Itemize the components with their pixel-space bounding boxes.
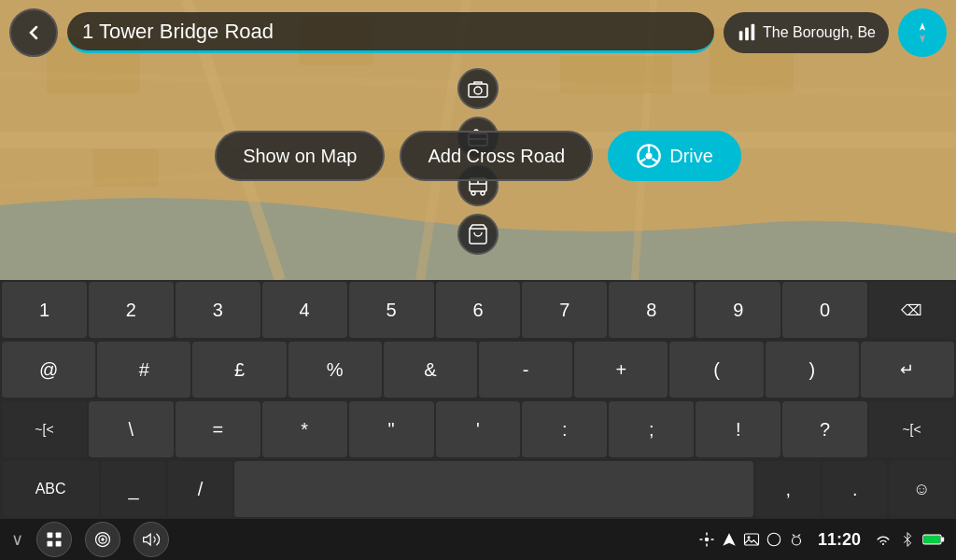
key-question[interactable]: ?: [782, 401, 867, 457]
number-row: 1 2 3 4 5 6 7 8 9 0 ⌫: [0, 280, 956, 340]
action-buttons: Show on Map Add Cross Road Drive: [0, 131, 956, 181]
svg-point-19: [474, 87, 482, 94]
key-backslash[interactable]: \: [89, 401, 174, 457]
key-emoji[interactable]: ☺: [889, 461, 954, 517]
key-exclamation[interactable]: !: [696, 401, 780, 457]
svg-rect-13: [739, 31, 743, 40]
address-bar: 1 Tower Bridge Road: [67, 12, 714, 53]
bottom-row: ABC _ / , . ☺: [0, 459, 956, 519]
svg-point-49: [767, 533, 780, 546]
bottom-left-controls: ∨: [11, 522, 169, 557]
svg-marker-40: [144, 534, 151, 545]
location-area: The Borough, Be: [724, 12, 889, 53]
add-cross-road-label: Add Cross Road: [428, 146, 565, 167]
symbol-row-1: @ # £ % & - + ( ) ↵: [0, 340, 956, 399]
key-7[interactable]: 7: [522, 282, 607, 338]
camera-button[interactable]: [85, 522, 120, 557]
key-space[interactable]: [234, 461, 753, 517]
bar-chart-icon: [737, 22, 757, 43]
svg-point-29: [646, 153, 653, 160]
svg-rect-15: [752, 24, 755, 40]
key-open-paren[interactable]: (: [669, 342, 763, 398]
key-tilde-bracket-2[interactable]: ~[<: [869, 401, 954, 457]
svg-point-41: [705, 538, 710, 542]
grid-button[interactable]: [36, 522, 72, 557]
svg-rect-34: [56, 533, 62, 539]
svg-line-32: [653, 159, 658, 162]
key-5[interactable]: 5: [349, 282, 434, 338]
shopping-bag-icon: [467, 223, 489, 245]
key-apostrophe[interactable]: ': [436, 401, 521, 457]
key-8[interactable]: 8: [609, 282, 694, 338]
pin-camera: [457, 68, 499, 109]
symbol-row-2: ~[< \ = * " ' : ; ! ? ~[<: [0, 399, 956, 459]
svg-rect-52: [924, 536, 941, 543]
key-hash[interactable]: #: [97, 342, 190, 398]
nav-arrow-icon: [721, 531, 738, 548]
key-pound[interactable]: £: [192, 342, 286, 398]
key-minus[interactable]: -: [479, 342, 572, 398]
key-3[interactable]: 3: [176, 282, 260, 338]
key-quote[interactable]: ": [349, 401, 434, 457]
backspace-key[interactable]: ⌫: [869, 282, 954, 338]
top-bar: 1 Tower Bridge Road The Borough, Be: [0, 0, 956, 65]
back-button[interactable]: [9, 8, 58, 57]
key-equals[interactable]: =: [176, 401, 260, 457]
svg-rect-18: [469, 84, 487, 97]
key-abc[interactable]: ABC: [2, 461, 99, 517]
circle-icon: [766, 531, 782, 548]
key-asterisk[interactable]: *: [262, 401, 347, 457]
key-plus[interactable]: +: [574, 342, 668, 398]
volume-button[interactable]: [134, 522, 169, 557]
address-text: 1 Tower Bridge Road: [82, 20, 274, 44]
svg-line-31: [640, 159, 645, 162]
key-9[interactable]: 9: [696, 282, 780, 338]
key-colon[interactable]: :: [522, 401, 607, 457]
pet-icon: [788, 531, 805, 548]
camera-lens-icon: [93, 530, 112, 549]
svg-point-26: [481, 191, 485, 195]
key-2[interactable]: 2: [89, 282, 174, 338]
compass-icon: [910, 21, 935, 45]
key-period[interactable]: .: [822, 461, 888, 517]
key-slash[interactable]: /: [168, 461, 233, 517]
key-1[interactable]: 1: [2, 282, 87, 338]
bottom-bar: ∨: [0, 519, 956, 560]
battery-icon: [922, 532, 945, 547]
svg-point-48: [747, 536, 750, 539]
bottom-right-status: 11:20: [698, 530, 945, 550]
key-ampersand[interactable]: &: [384, 342, 477, 398]
key-0[interactable]: 0: [782, 282, 867, 338]
key-4[interactable]: 4: [262, 282, 347, 338]
key-tilde-bracket[interactable]: ~[<: [2, 401, 87, 457]
key-underscore[interactable]: _: [101, 461, 166, 517]
svg-rect-53: [941, 538, 944, 542]
key-6[interactable]: 6: [436, 282, 521, 338]
key-comma[interactable]: ,: [755, 461, 821, 517]
show-on-map-label: Show on Map: [243, 146, 357, 167]
image-icon: [743, 531, 760, 548]
svg-marker-17: [920, 35, 926, 43]
location-text: The Borough, Be: [763, 24, 876, 41]
keyboard-area: 1 2 3 4 5 6 7 8 9 0 ⌫ @ # £ % & - + ( ) …: [0, 280, 956, 519]
key-semicolon[interactable]: ;: [609, 401, 694, 457]
grid-icon: [45, 530, 63, 549]
add-cross-road-button[interactable]: Add Cross Road: [400, 131, 593, 181]
svg-point-50: [792, 537, 800, 545]
time-display: 11:20: [818, 530, 861, 550]
status-icons: [698, 531, 805, 548]
drive-button[interactable]: Drive: [608, 131, 741, 181]
svg-rect-33: [48, 533, 53, 539]
svg-point-39: [101, 538, 104, 540]
key-percent[interactable]: %: [288, 342, 382, 398]
key-at[interactable]: @: [2, 342, 95, 398]
show-on-map-button[interactable]: Show on Map: [215, 131, 385, 181]
gps-icon: [698, 531, 715, 548]
wifi-icon: [874, 530, 893, 549]
svg-rect-14: [745, 28, 749, 41]
key-close-paren[interactable]: ): [766, 342, 859, 398]
chevron-down-icon[interactable]: ∨: [11, 529, 23, 550]
bluetooth-icon: [900, 530, 915, 549]
navigation-button[interactable]: [898, 8, 947, 57]
key-enter[interactable]: ↵: [861, 342, 954, 398]
